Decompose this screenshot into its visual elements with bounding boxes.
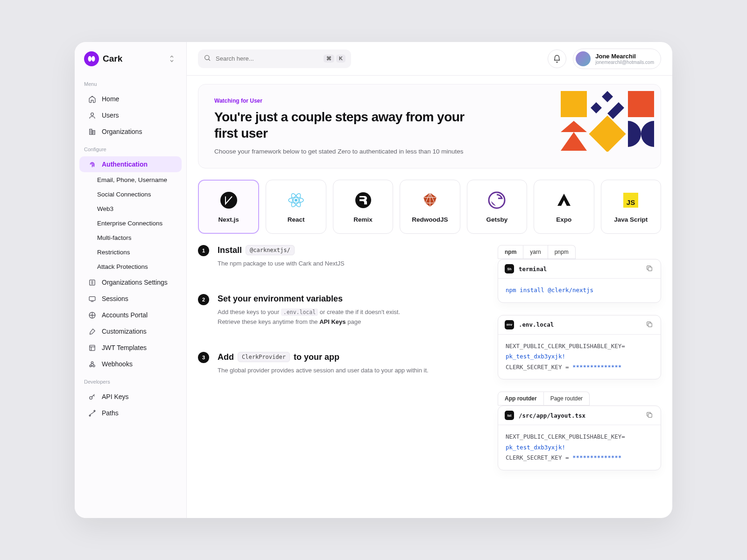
step-2: 2 Set your environment variables Add the… [198, 294, 485, 327]
steps-layout: 1 Install @carknextjs/ The npm package t… [198, 245, 661, 483]
search-box[interactable]: ⌘ K [198, 49, 351, 68]
svg-point-18 [295, 199, 297, 202]
sidebar-item-orgsettings[interactable]: Organizations Settings [79, 274, 182, 290]
sidebar-item-label: API Keys [102, 393, 129, 400]
sidebar-item-webhooks[interactable]: Webhooks [79, 356, 182, 372]
framework-remix[interactable]: Remix [333, 180, 393, 234]
step-number: 2 [198, 294, 209, 305]
tab-pnpm[interactable]: pnpm [548, 245, 576, 259]
notifications-button[interactable] [548, 49, 566, 68]
brand-name: Cark [103, 54, 122, 64]
step-title: Set your environment variables [218, 294, 400, 304]
tab-yarn[interactable]: yarn [523, 245, 548, 259]
sidebar-sub-multifactors[interactable]: Multi-factors [75, 231, 186, 245]
user-name: Jone Mearchil [595, 53, 654, 60]
sidebar-item-home[interactable]: Home [79, 91, 182, 107]
hero-card: Watching for User You're just a couple s… [198, 84, 661, 168]
sidebar-item-label: Organizations Settings [102, 279, 168, 286]
step-title: Add ClerkProvider to your app [218, 352, 429, 362]
svg-rect-28 [648, 413, 652, 417]
step-3: 3 Add ClerkProvider to your app The glob… [198, 352, 485, 376]
framework-redwood[interactable]: RedwoodJS [400, 180, 460, 234]
brand-logo-icon [84, 51, 99, 66]
svg-rect-2 [92, 130, 95, 134]
remix-icon [354, 191, 373, 210]
sidebar-sub-enterprise[interactable]: Enterprise Connections [75, 216, 186, 231]
sidebar-item-customizations[interactable]: Customizations [79, 323, 182, 339]
sidebar-item-users[interactable]: Users [79, 107, 182, 123]
copy-button[interactable] [646, 265, 654, 273]
step-number: 3 [198, 352, 209, 363]
code-file: /src/app/layout.tsx [519, 412, 585, 419]
sidebar-item-authentication[interactable]: Authentication [79, 156, 182, 172]
sidebar-item-apikeys[interactable]: API Keys [79, 389, 182, 405]
framework-javascript[interactable]: JS Java Script [601, 180, 661, 234]
step-title: Install @carknextjs/ [218, 245, 345, 255]
tab-page-router[interactable]: Page routder [544, 392, 590, 406]
sidebar-item-label: Authentication [102, 161, 148, 168]
home-icon [88, 95, 96, 103]
brush-icon [88, 327, 96, 336]
svg-point-10 [89, 396, 92, 399]
sidebar-item-label: Sessions [102, 295, 128, 302]
key-icon [88, 392, 96, 401]
sidebar-sub-email[interactable]: Email, Phone, Username [75, 173, 186, 187]
sidebar-section-configure: Configure [75, 140, 186, 156]
framework-expo[interactable]: Expo [534, 180, 594, 234]
code-body: NEXT_PUBLIC_CLERK_PUBLISHABLE_KEY=pk_tes… [498, 335, 661, 379]
hero-title: You're just a couple steps away from you… [214, 109, 476, 141]
tab-npm[interactable]: npm [498, 245, 523, 259]
template-icon [88, 343, 96, 352]
svg-point-12 [94, 410, 95, 412]
svg-rect-6 [89, 345, 94, 350]
expo-icon [555, 191, 573, 210]
sidebar-item-sessions[interactable]: Sessions [79, 291, 182, 307]
search-icon [204, 54, 211, 63]
svg-rect-16 [589, 115, 626, 152]
sidebar-item-label: JWT Templates [102, 344, 147, 351]
code-body: npm install @clerk/nextjs [498, 279, 661, 302]
brand-switcher[interactable] [167, 54, 177, 64]
framework-gatsby[interactable]: Getsby [467, 180, 527, 234]
sidebar-item-label: Webhooks [102, 360, 133, 368]
buildings-icon [88, 127, 96, 136]
sidebar-sub-web3[interactable]: Web3 [75, 202, 186, 216]
step-desc: The npm package to use with Cark and Nex… [218, 259, 345, 269]
search-input[interactable] [216, 55, 319, 62]
tab-app-router[interactable]: App routder [498, 392, 544, 406]
webhook-icon [88, 360, 96, 368]
code-card-env: env .env.local NEXT_PUBLIC_CLERK_PUBLISH… [498, 315, 661, 380]
main-area: ⌘ K Jone Mearchil jonemearchil@hotmails.… [187, 42, 672, 518]
copy-button[interactable] [646, 321, 654, 329]
bell-icon [553, 55, 561, 63]
sidebar-sub-attack[interactable]: Attack Protections [75, 259, 186, 274]
user-menu[interactable]: Jone Mearchil jonemearchil@hotmails.com [573, 49, 661, 69]
copy-button[interactable] [646, 411, 654, 420]
hero-art [561, 91, 654, 152]
fingerprint-icon [88, 160, 96, 168]
svg-rect-4 [89, 296, 95, 301]
sidebar-sub-restrictions[interactable]: Restrictions [75, 245, 186, 259]
framework-react[interactable]: React [266, 180, 326, 234]
settings-org-icon [88, 278, 96, 287]
nextjs-icon [219, 191, 238, 210]
sidebar-item-label: Organizations [102, 128, 142, 135]
svg-rect-15 [628, 91, 654, 117]
step-1: 1 Install @carknextjs/ The npm package t… [198, 245, 485, 269]
sidebar-section-developers: Developers [75, 372, 186, 388]
svg-rect-26 [648, 267, 652, 271]
portal-icon [88, 311, 96, 319]
react-icon [287, 191, 305, 210]
framework-nextjs[interactable]: Next.js [198, 180, 259, 234]
sidebar-item-paths[interactable]: Paths [79, 405, 182, 421]
svg-point-0 [91, 112, 93, 115]
sidebar-item-label: Home [102, 95, 119, 103]
sidebar-sub-social[interactable]: Social Connections [75, 187, 186, 202]
sidebar-item-jwt[interactable]: JWT Templates [79, 340, 182, 356]
sidebar-item-label: Customizations [102, 328, 147, 335]
step-package-code: @carknextjs/ [246, 245, 295, 255]
sidebar-item-label: Accounts Portal [102, 311, 148, 319]
sidebar-section-menu: Menu [75, 75, 186, 91]
sidebar-item-organizations[interactable]: Organizations [79, 124, 182, 140]
sidebar-item-accountsportal[interactable]: Accounts Portal [79, 307, 182, 323]
